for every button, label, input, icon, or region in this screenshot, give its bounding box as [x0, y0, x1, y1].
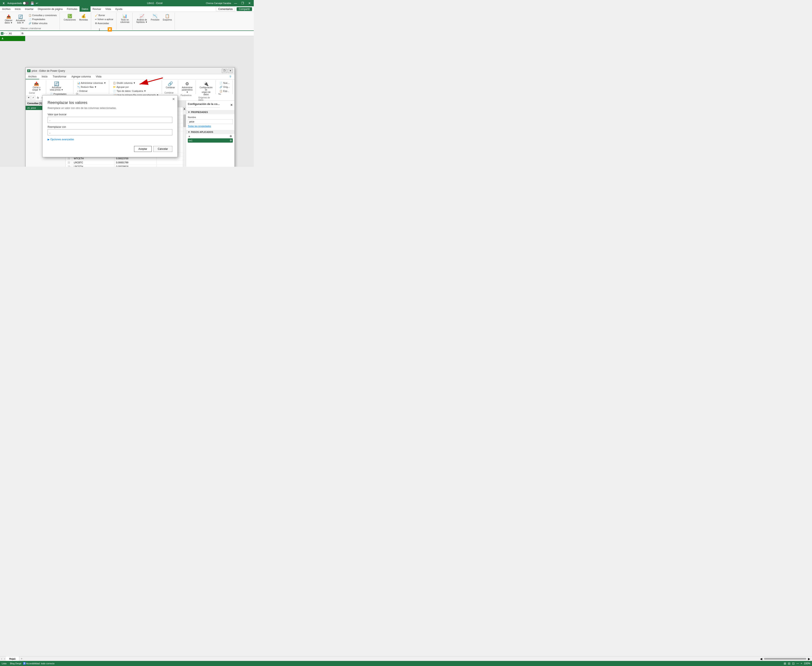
menu-ayuda[interactable]: Ayuda [113, 7, 125, 12]
menu-revisar[interactable]: Revisar [90, 7, 104, 12]
pq-close-btn[interactable]: ✕ [228, 69, 233, 73]
dialog-replace-label: Reemplazar con [48, 125, 173, 129]
monedas-btn[interactable]: 💰 Monedas [78, 13, 89, 22]
save-icon[interactable]: 💾 [30, 2, 34, 5]
obtener-datos-btn[interactable]: 📥 Obtenerdatos ▼ [3, 13, 14, 25]
pq-todas-propiedades-link[interactable]: Todas las propiedades [188, 125, 233, 127]
pq-window-controls: ❐ ✕ [222, 69, 233, 73]
pq-steps-title[interactable]: ▼ PASOS APLICADOS [186, 130, 235, 134]
pq-nombre-input[interactable] [188, 119, 233, 124]
ribbon-row-1: 📥 Obtenerdatos ▼ 🔄 Actualizartodo ▼ 📋 Co… [3, 13, 58, 25]
actualizar-todo-btn[interactable]: 🔄 Actualizartodo ▼ [15, 13, 26, 25]
menu-formulas[interactable]: Fórmulas [65, 7, 79, 12]
editar-vinculos-btn[interactable]: 🔗 Editar vínculos [27, 21, 58, 25]
share-btn[interactable]: Compartir [237, 7, 252, 11]
menu-inicio[interactable]: Inicio [13, 7, 23, 12]
excel-menu-bar: Archivo Inicio Insertar Disposición de p… [0, 7, 254, 12]
pq-config-origen-btn[interactable]: 🔌 Configuración deorigen de datos [198, 81, 214, 96]
excel-ribbon: 📥 Obtenerdatos ▼ 🔄 Actualizartodo ▼ 📋 Co… [0, 12, 254, 31]
pq-formula-cancel-btn[interactable]: ✕ [26, 96, 31, 100]
pq-group-transformar: 📋 Dividir columna ▼ 📁 Agrupar por 📄 Tipo… [110, 81, 162, 94]
ordenar-icon: ↕ [97, 27, 102, 32]
cell-ref-indicator: ✓ [4, 32, 5, 35]
propiedades-btn[interactable]: 📄 Propiedades [27, 18, 58, 21]
ribbon-group-obtener: 📥 Obtenerdatos ▼ 🔄 Actualizartodo ▼ 📋 Co… [2, 13, 60, 30]
pq-ribbon: 📤 Cerrar y cargar ▼ Cerrar 🔄 Actualizarv… [26, 79, 235, 95]
analisis-hipotesis-btn[interactable]: 📈 Análisis dehipótesis ▼ [135, 13, 149, 24]
pq-esp-btn[interactable]: 📋 Esp... [218, 89, 231, 93]
pq-admin-params-btn[interactable]: ⚙ Administrarparámetros ▼ [181, 81, 194, 94]
dialog-search-input[interactable] [48, 117, 173, 123]
pq-menu-vista[interactable]: Vista [93, 74, 104, 79]
pq-menu-bar: Archivo Inicio Transformar Agregar colum… [26, 74, 235, 79]
pq-group-combinar: 🔗 Combinar Combinar [163, 81, 178, 94]
filtro-icon: 🔽 [107, 27, 112, 32]
pq-tipo-datos-btn[interactable]: 📄 Tipo de datos: Cualquiera ▼ [112, 89, 160, 93]
pq-config-close-btn[interactable]: ✕ [230, 103, 233, 107]
pq-ordenar-btn[interactable]: ↕ Ordenar [76, 89, 107, 93]
pq-agrupar-por-btn[interactable]: 📁 Agrupar por [112, 85, 160, 89]
autoguardado-switch[interactable] [23, 2, 29, 5]
pq-formula-accept-btn[interactable]: ✓ [31, 96, 35, 100]
prevision-icon: 📉 [153, 13, 158, 19]
menu-vista[interactable]: Vista [103, 7, 113, 12]
pq-step-nn1[interactable]: nn1 ⚙ [188, 138, 233, 143]
pq-menu-archivo[interactable]: Archivo [26, 74, 39, 79]
pq-help-btn[interactable]: ? [228, 75, 233, 79]
pq-cerrar-icon: 📤 [34, 81, 39, 86]
borrar-btn[interactable]: 🧹 Borrar [94, 13, 115, 17]
consultas-conexiones-btn[interactable]: 📋 Consultas y conexiones [27, 13, 58, 17]
title-bar-left: X Autoguardado 💾 ↩ [2, 1, 104, 5]
pq-combinar-btn[interactable]: 🔗 Combinar [164, 81, 176, 89]
pq-menu-agregar-columna[interactable]: Agregar columna [69, 74, 93, 79]
dialog-replace-input[interactable] [48, 129, 173, 135]
dialog-accept-btn[interactable]: Aceptar [134, 146, 151, 152]
dialog-advanced-options[interactable]: ▶ Opciones avanzadas [48, 138, 173, 141]
menu-archivo[interactable]: Archivo [0, 7, 13, 12]
pq-properties-title[interactable]: ▼ PROPIEDADES [186, 110, 235, 114]
menu-insertar[interactable]: Insertar [23, 7, 36, 12]
pq-step-nn1-gear-icon[interactable]: ⚙ [230, 139, 232, 142]
title-bar-controls: Chema Carvajal Sarabia — ❐ ✕ [206, 1, 252, 5]
cotizaciones-btn[interactable]: 💹 Cotizaciones [62, 13, 77, 22]
spreadsheet-area: A X price - Editor de Power Query ❐ ✕ Ar… [0, 36, 254, 167]
dialog-close-btn[interactable]: ✕ [172, 97, 175, 101]
avanzadas-btn[interactable]: ⚙ Avanzadas [94, 21, 115, 25]
formula-input[interactable] [24, 32, 253, 35]
dialog-cancel-btn[interactable]: Cancelar [153, 146, 173, 152]
pq-scroll-up-btn[interactable]: ▲ [183, 107, 186, 110]
ribbon-group-sort: 🧹 Borrar ↩ Volver a aplicar ⚙ Avanzadas … [92, 13, 117, 30]
pq-reducir-filas-btn[interactable]: 📉 Reducir filas ▼ [76, 85, 107, 89]
autoguardado-toggle[interactable]: Autoguardado [7, 2, 29, 5]
pq-menu-transformar[interactable]: Transformar [50, 74, 69, 79]
pq-scroll-thumb[interactable] [183, 114, 186, 127]
pq-cerrar-cargar-btn[interactable]: 📤 Cerrar y cargar ▼ [29, 81, 44, 92]
texto-columnas-btn[interactable]: 📊 Texto encolumnas [119, 13, 131, 24]
analisis-icon: 📈 [139, 13, 145, 19]
pq-restore-btn[interactable]: ❐ [222, 69, 227, 73]
undo-icon[interactable]: ↩ [36, 2, 38, 5]
comments-btn[interactable]: Comentarios [216, 7, 235, 11]
pq-vertical-scrollbar[interactable]: ▲ ▼ [183, 107, 186, 167]
restore-btn[interactable]: ❐ [240, 1, 245, 5]
pq-actualizar-vista-btn[interactable]: 🔄 Actualizarvista previa ▼ [49, 81, 64, 92]
esquema-btn[interactable]: 📋 Esquema [161, 13, 173, 24]
title-bar: X Autoguardado 💾 ↩ Libro1 - Excel Chema … [0, 0, 254, 7]
close-btn[interactable]: ✕ [247, 1, 252, 5]
pq-menu-inicio[interactable]: Inicio [39, 74, 50, 79]
pq-nueva-consulta-btn[interactable]: 📄 Nue... [218, 81, 231, 85]
pq-origen-btn[interactable]: 🔗 Oríg... [218, 85, 231, 89]
prevision-btn[interactable]: 📉 Previsión [150, 13, 161, 24]
menu-datos[interactable]: Datos [79, 7, 90, 12]
pq-admin-columnas-btn[interactable]: 📊 Administrar columnas ▼ [76, 81, 107, 85]
pq-dividir-columna-btn[interactable]: 📋 Dividir columna ▼ [112, 81, 160, 85]
cell-reference-box[interactable] [8, 31, 21, 35]
menu-disposicion[interactable]: Disposición de página [36, 7, 65, 12]
pq-group-label-cerrar: Cerrar [29, 92, 35, 94]
minimize-btn[interactable]: — [233, 1, 238, 5]
pq-step-a-gear-icon[interactable]: ⚙ [230, 135, 232, 138]
dialog-advanced-chevron: ▶ [48, 138, 49, 141]
pq-properties-section: ▼ PROPIEDADES Nombre Todas las propiedad… [188, 110, 233, 127]
pq-step-a[interactable]: a ⚙ [188, 134, 233, 138]
volver-a-aplicar-btn[interactable]: ↩ Volver a aplicar [94, 18, 115, 21]
